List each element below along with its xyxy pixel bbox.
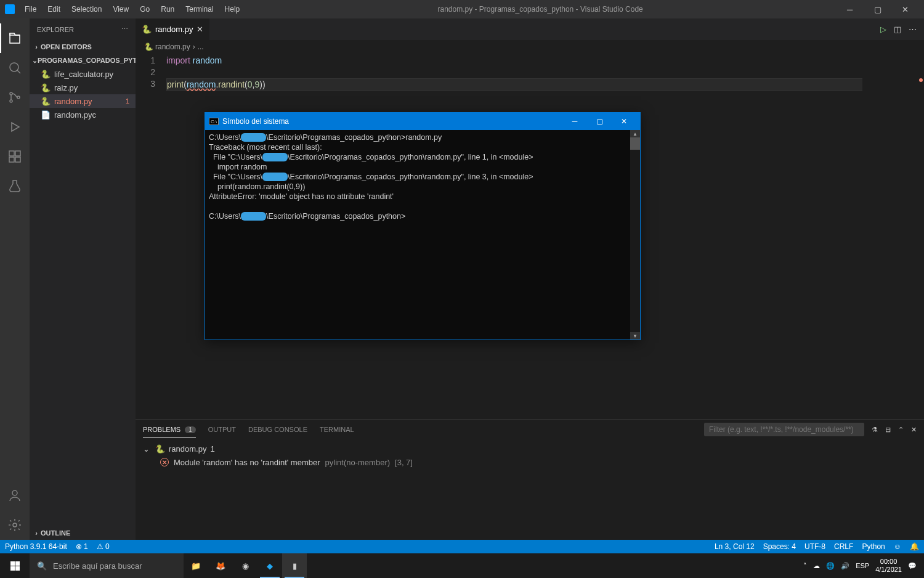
- start-button[interactable]: [0, 553, 30, 578]
- svg-rect-4: [9, 151, 14, 156]
- menu-selection[interactable]: Selection: [67, 2, 107, 16]
- main-menu: File Edit Selection View Go Run Terminal…: [20, 2, 245, 16]
- status-notifications-icon[interactable]: 🔔: [910, 542, 919, 551]
- problems-list: ⌄ 🐍 random.py 1 ✕ Module 'random' has no…: [136, 439, 924, 540]
- problem-source: pylint(no-member): [325, 458, 390, 467]
- panel-close-icon[interactable]: ✕: [911, 426, 917, 434]
- windows-logo-icon: [10, 561, 20, 571]
- close-button[interactable]: ✕: [891, 0, 919, 18]
- tray-chevron-up-icon[interactable]: ˄: [803, 562, 807, 570]
- scroll-up-arrow-icon[interactable]: ▲: [630, 130, 640, 137]
- file-item[interactable]: 🐍 raiz.py: [30, 81, 136, 94]
- editor-scrollbar[interactable]: [915, 54, 924, 419]
- outline-section[interactable]: › OUTLINE: [30, 526, 136, 540]
- task-steam[interactable]: ◉: [233, 553, 257, 578]
- extensions-icon[interactable]: [0, 142, 30, 171]
- settings-gear-icon[interactable]: [0, 510, 30, 540]
- tray-time: 00:00: [875, 558, 902, 566]
- task-firefox[interactable]: 🦊: [208, 553, 233, 578]
- menu-file[interactable]: File: [20, 2, 41, 16]
- file-item[interactable]: 📄 random.pyc: [30, 108, 136, 121]
- svg-point-3: [17, 96, 20, 99]
- command-prompt-window[interactable]: C:\ Símbolo del sistema ─ ▢ ✕ C:\Users\x…: [205, 112, 641, 340]
- status-bar: Python 3.9.1 64-bit ⊗ 1 ⚠ 0 Ln 3, Col 12…: [0, 540, 924, 553]
- panel-tab-debug[interactable]: DEBUG CONSOLE: [248, 422, 307, 437]
- sidebar-more-icon[interactable]: ⋯: [121, 25, 128, 33]
- tray-network-icon[interactable]: 🌐: [826, 562, 835, 570]
- split-editor-icon[interactable]: ◫: [894, 25, 901, 34]
- cmd-titlebar[interactable]: C:\ Símbolo del sistema ─ ▢ ✕: [205, 113, 640, 130]
- open-editors-section[interactable]: › OPEN EDITORS: [30, 40, 136, 54]
- panel-tab-terminal[interactable]: TERMINAL: [320, 422, 354, 437]
- search-icon[interactable]: [0, 53, 30, 83]
- problem-row[interactable]: ✕ Module 'random' has no 'randint' membe…: [143, 455, 917, 469]
- cmd-minimize-button[interactable]: ─: [562, 113, 587, 130]
- editor-actions: ▷ ◫ ⋯: [880, 25, 924, 34]
- cmd-maximize-button[interactable]: ▢: [587, 113, 612, 130]
- status-cursor-position[interactable]: Ln 3, Col 12: [715, 542, 755, 551]
- panel-tab-output[interactable]: OUTPUT: [208, 422, 236, 437]
- tab-close-icon[interactable]: ✕: [197, 25, 203, 34]
- menu-view[interactable]: View: [108, 2, 134, 16]
- python-file-icon: 🐍: [144, 43, 153, 51]
- tray-notifications-icon[interactable]: 💬: [908, 562, 917, 570]
- panel-tab-problems[interactable]: PROBLEMS 1: [143, 422, 196, 438]
- redacted-username: xxxx: [262, 173, 288, 181]
- chevron-up-icon[interactable]: ⌃: [898, 426, 904, 434]
- cmd-scrollbar[interactable]: ▲ ▼: [630, 130, 640, 340]
- explorer-icon[interactable]: [0, 23, 30, 53]
- minimap[interactable]: [862, 54, 924, 419]
- task-cmd[interactable]: ▮: [282, 553, 307, 578]
- folder-section[interactable]: ⌄ PROGRAMAS_COPADOS_PYTHON: [30, 54, 136, 67]
- editor-tab[interactable]: 🐍 random.py ✕: [136, 18, 210, 40]
- status-python-version[interactable]: Python 3.9.1 64-bit: [5, 542, 67, 551]
- minimize-button[interactable]: ─: [836, 0, 864, 18]
- accounts-icon[interactable]: [0, 481, 30, 510]
- file-item-active[interactable]: 🐍 random.py 1: [30, 94, 136, 108]
- breadcrumb[interactable]: 🐍 random.py › ...: [136, 40, 924, 54]
- maximize-button[interactable]: ▢: [864, 0, 891, 18]
- menu-go[interactable]: Go: [135, 2, 155, 16]
- task-file-explorer[interactable]: 📁: [184, 553, 208, 578]
- scroll-down-arrow-icon[interactable]: ▼: [630, 332, 640, 340]
- problem-file-row[interactable]: ⌄ 🐍 random.py 1: [143, 442, 917, 455]
- status-language[interactable]: Python: [862, 542, 885, 551]
- python-file-icon: 🐍: [41, 96, 51, 106]
- cmd-output[interactable]: C:\Users\xxxx\Escritorio\Programas_copad…: [205, 130, 640, 340]
- svg-point-2: [10, 100, 12, 102]
- chevron-right-icon: ›: [32, 529, 41, 537]
- status-encoding[interactable]: UTF-8: [804, 542, 825, 551]
- status-feedback-icon[interactable]: ☺: [894, 542, 901, 551]
- file-item[interactable]: 🐍 life_calculator.py: [30, 67, 136, 81]
- run-icon[interactable]: ▷: [880, 25, 886, 34]
- redacted-username: xxxx: [241, 212, 266, 221]
- collapse-all-icon[interactable]: ⊟: [885, 426, 891, 434]
- problem-file-count: 1: [210, 444, 214, 454]
- source-control-icon[interactable]: [0, 83, 30, 112]
- task-vscode[interactable]: ◆: [257, 553, 282, 578]
- status-errors[interactable]: ⊗ 1: [76, 542, 88, 551]
- more-actions-icon[interactable]: ⋯: [909, 25, 917, 34]
- tray-onedrive-icon[interactable]: ☁: [813, 562, 820, 570]
- vscode-logo-icon: [5, 4, 15, 14]
- menu-terminal[interactable]: Terminal: [180, 2, 218, 16]
- taskbar-search[interactable]: 🔍 Escribe aquí para buscar: [30, 553, 184, 578]
- cmd-close-button[interactable]: ✕: [612, 113, 636, 130]
- tray-language[interactable]: ESP: [856, 562, 869, 569]
- status-eol[interactable]: CRLF: [834, 542, 853, 551]
- problems-filter-input[interactable]: [704, 423, 864, 436]
- filter-icon[interactable]: ⚗: [872, 426, 878, 434]
- status-warnings[interactable]: ⚠ 0: [97, 542, 110, 551]
- menu-edit[interactable]: Edit: [43, 2, 65, 16]
- file-name: life_calculator.py: [54, 70, 113, 79]
- tray-volume-icon[interactable]: 🔊: [841, 562, 849, 570]
- scroll-thumb[interactable]: [630, 137, 640, 150]
- activity-bar: [0, 18, 30, 540]
- file-name: random.py: [54, 97, 92, 106]
- menu-run[interactable]: Run: [156, 2, 179, 16]
- menu-help[interactable]: Help: [220, 2, 245, 16]
- run-debug-icon[interactable]: [0, 112, 30, 142]
- tray-clock[interactable]: 00:00 4/1/2021: [875, 558, 902, 574]
- testing-icon[interactable]: [0, 171, 30, 201]
- status-indentation[interactable]: Spaces: 4: [763, 542, 796, 551]
